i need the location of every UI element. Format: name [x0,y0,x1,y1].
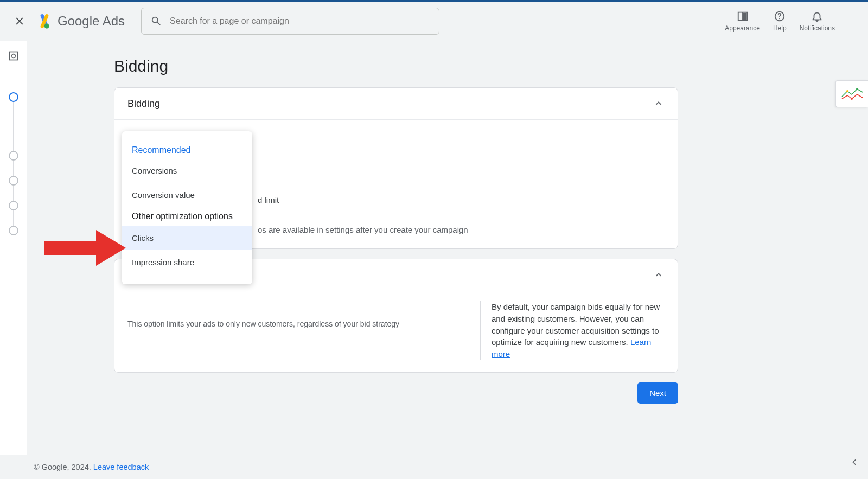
search-box[interactable] [141,8,439,35]
header-divider [848,10,848,32]
copyright: © Google, 2024. [34,463,91,471]
step-3[interactable] [9,176,18,186]
next-row: Next [114,382,678,404]
bidding-card-title: Bidding [127,98,160,110]
header-actions: Appearance Help Notifications [725,10,859,32]
close-button[interactable] [9,10,30,32]
app-header: Google Ads Appearance Help Notifications [0,2,868,41]
rail-connector [13,186,14,201]
settings-note: os are available in settings after you c… [258,225,665,234]
acquisition-right: By default, your campaign bids equally f… [480,301,665,360]
svg-rect-4 [9,52,17,60]
logo: Google Ads [37,14,125,29]
preview-chart-icon [840,86,865,102]
arrow-annotation [44,229,126,269]
svg-point-3 [779,18,780,19]
svg-point-0 [44,24,49,29]
svg-point-10 [856,88,858,90]
acquisition-card-body: This option limits your ads to only new … [114,291,678,372]
svg-point-11 [851,98,853,100]
footer: © Google, 2024. Leave feedback [27,455,868,479]
search-icon [150,15,162,27]
appearance-label: Appearance [725,24,760,32]
svg-rect-1 [743,13,746,20]
dropdown-item-impression-share[interactable]: Impression share [122,250,252,274]
logo-text: Google Ads [58,14,125,29]
rail-connector [13,210,14,226]
google-ads-logo-icon [37,14,52,29]
dropdown-item-conversion-value[interactable]: Conversion value [122,183,252,207]
search-input[interactable] [170,16,430,26]
svg-point-9 [846,90,848,92]
bell-icon [811,10,823,22]
rail-connector [13,102,14,151]
notifications-button[interactable]: Notifications [800,10,835,32]
recommended-label: Recommended [132,145,191,156]
step-2[interactable] [9,151,18,161]
acquisition-left-text: This option limits your ads to only new … [127,320,469,328]
svg-point-5 [11,54,15,58]
close-icon [14,16,25,27]
leave-feedback-link[interactable]: Leave feedback [93,463,149,471]
help-icon [774,10,786,22]
appearance-button[interactable]: Appearance [725,10,760,32]
step-5[interactable] [9,226,18,235]
arrow-icon [44,229,126,267]
left-rail [0,41,27,455]
next-button[interactable]: Next [637,382,678,404]
focus-dropdown[interactable]: Recommended Conversions Conversion value… [122,131,252,284]
bidding-card-header[interactable]: Bidding [114,88,678,120]
preview-panel-toggle[interactable] [835,80,868,107]
dropdown-other-header: Other optimization options [122,207,252,226]
help-button[interactable]: Help [773,10,787,32]
dropdown-recommended-header: Recommended [122,141,252,158]
dropdown-item-conversions[interactable]: Conversions [122,158,252,183]
step-4[interactable] [9,201,18,210]
rail-divider [3,82,24,82]
overview-icon[interactable] [8,50,19,61]
appearance-icon [737,10,749,22]
chevron-up-icon [653,269,665,281]
step-1[interactable] [9,92,18,102]
help-label: Help [773,24,787,32]
dropdown-item-clicks[interactable]: Clicks [122,226,252,250]
notifications-label: Notifications [800,24,835,32]
page-title: Bidding [114,57,830,75]
acquisition-left: This option limits your ads to only new … [127,301,480,360]
rail-connector [13,161,14,176]
chevron-up-icon [653,98,665,110]
bid-limit-fragment: d limit [258,195,665,205]
